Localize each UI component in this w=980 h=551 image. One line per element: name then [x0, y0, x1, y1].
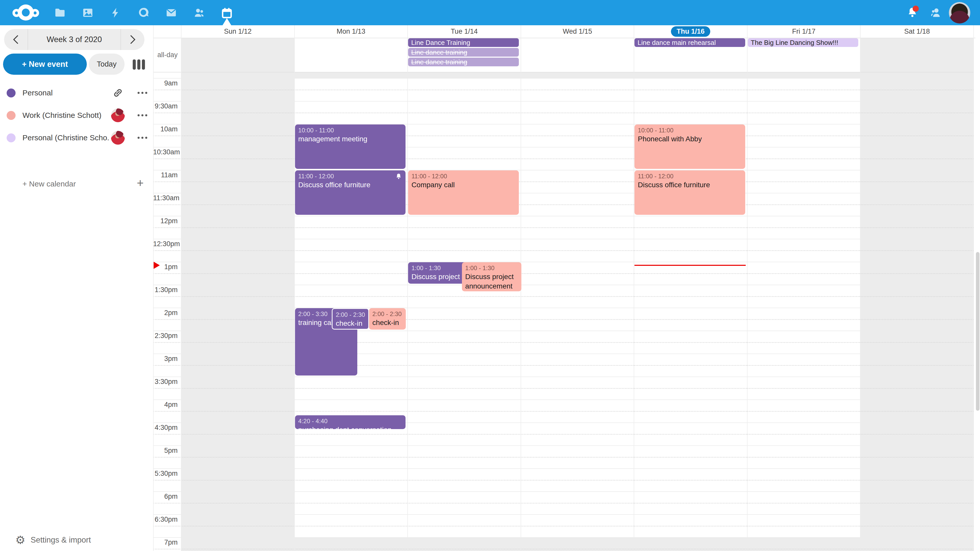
nextcloud-logo[interactable] — [11, 3, 41, 21]
activity-app-icon[interactable] — [103, 0, 128, 25]
photos-app-icon[interactable] — [75, 0, 100, 25]
all-day-event[interactable]: Line dance main rehearsal — [635, 38, 745, 47]
slot-line — [153, 170, 974, 170]
new-event-button[interactable]: + New event — [3, 54, 87, 75]
event-time: 11:00 - 12:00 — [298, 172, 402, 180]
weekend-shading — [860, 38, 974, 551]
notifications-bell-icon[interactable] — [901, 0, 924, 25]
new-calendar-button[interactable]: + New calendar + — [0, 173, 153, 196]
event[interactable]: 11:00 - 12:00Company call — [408, 170, 519, 215]
all-day-event[interactable]: Line dance training — [408, 58, 519, 66]
slot-line — [153, 216, 974, 216]
slot-line — [153, 124, 974, 124]
quarter-line — [153, 388, 974, 389]
time-label: 10:30am — [153, 148, 178, 156]
event-time: 11:00 - 12:00 — [638, 172, 742, 180]
day-header-sun[interactable]: Sun 1/12 — [181, 25, 294, 38]
time-label: 1:30pm — [153, 286, 178, 294]
quarter-line — [153, 457, 974, 457]
event-title: Discuss office furniture — [638, 180, 742, 190]
notification-dot — [913, 6, 919, 12]
day-header-wed[interactable]: Wed 1/15 — [521, 25, 634, 38]
event[interactable]: 4:20 - 4:40purchasing dept conversation — [295, 415, 406, 429]
event[interactable]: 11:00 - 12:00Discuss office furniture — [635, 170, 745, 215]
column-divider — [974, 25, 974, 551]
time-label: 10am — [153, 125, 178, 133]
user-avatar[interactable] — [949, 2, 970, 24]
week-label[interactable]: Week 3 of 2020 — [28, 35, 121, 44]
calendar-name: Personal — [22, 89, 110, 97]
shared-by-avatar — [111, 130, 125, 145]
calendar-name: Work (Christine Schott) — [22, 111, 110, 120]
scrollbar-thumb[interactable] — [976, 252, 980, 411]
quarter-line — [153, 89, 974, 90]
scrollbar[interactable] — [975, 25, 980, 551]
event[interactable]: 10:00 - 11:00Phonecall with Abby — [635, 124, 745, 169]
event-time: 2:00 - 2:30 — [372, 310, 402, 318]
quarter-line — [153, 434, 974, 435]
all-day-event[interactable]: Line Dance Training — [408, 38, 519, 47]
calendar-actions-menu[interactable] — [135, 88, 150, 98]
next-week-button[interactable] — [121, 29, 145, 50]
calendar-actions-menu[interactable] — [135, 133, 150, 143]
allday-divider — [153, 72, 974, 73]
settings-import-button[interactable]: ⚙ Settings & import — [0, 529, 153, 551]
calendar-list-item[interactable]: Work (Christine Schott) — [0, 104, 153, 127]
shared-link-icon[interactable] — [111, 86, 125, 100]
event[interactable]: 1:00 - 1:30Discuss project announcement — [462, 262, 522, 291]
time-label: 12pm — [153, 217, 178, 225]
day-header-fri[interactable]: Fri 1/17 — [747, 25, 861, 38]
event-time: 10:00 - 11:00 — [638, 126, 742, 135]
current-time-line — [635, 265, 746, 266]
event-title: management meeting — [298, 135, 402, 144]
slot-line — [153, 285, 974, 285]
files-app-icon[interactable] — [47, 0, 73, 25]
talk-app-icon[interactable] — [130, 0, 156, 25]
event[interactable]: 2:00 - 2:30check-in — [369, 308, 406, 330]
mail-app-icon[interactable] — [159, 0, 184, 25]
calendar-actions-menu[interactable] — [135, 110, 150, 121]
calendar-app-icon[interactable] — [214, 0, 240, 25]
calendar-color-dot[interactable] — [6, 133, 16, 142]
event-time: 1:00 - 1:30 — [465, 264, 518, 272]
column-divider — [181, 25, 181, 551]
quarter-line — [153, 113, 974, 113]
calendar-list-item[interactable]: Personal — [0, 82, 153, 104]
column-divider — [634, 25, 634, 551]
event[interactable]: 10:00 - 11:00management meeting — [295, 124, 406, 169]
day-header-mon[interactable]: Mon 1/13 — [294, 25, 408, 38]
time-label: 5pm — [153, 447, 178, 454]
contacts-menu-icon[interactable] — [924, 0, 947, 25]
time-label: 5:30pm — [153, 470, 178, 478]
event[interactable]: 11:00 - 12:00Discuss office furniture — [295, 170, 406, 215]
day-header-tue[interactable]: Tue 1/14 — [407, 25, 521, 38]
slot-line — [153, 468, 974, 469]
event[interactable]: 2:00 - 2:30check-in — [332, 308, 369, 330]
calendar-list-item[interactable]: Personal (Christine Scho...) — [0, 127, 153, 149]
current-time-arrow — [154, 262, 160, 269]
all-day-event[interactable]: The Big Line Dancing Show!!! — [748, 38, 859, 47]
previous-week-button[interactable] — [4, 29, 27, 50]
view-mode-toggle[interactable] — [133, 59, 145, 70]
day-header-sat[interactable]: Sat 1/18 — [860, 25, 974, 38]
today-button[interactable]: Today — [89, 54, 124, 75]
event-time: 2:00 - 2:30 — [336, 311, 365, 319]
plus-icon: + — [137, 176, 144, 190]
event-title: Discuss office furniture — [298, 180, 402, 190]
weekend-shading — [181, 38, 294, 551]
quarter-line — [153, 503, 974, 503]
contacts-app-icon[interactable] — [186, 0, 212, 25]
slot-line — [153, 514, 974, 515]
time-label: 6:30pm — [153, 516, 178, 524]
quarter-line — [153, 526, 974, 527]
slot-line — [153, 491, 974, 492]
event-title: Discuss project announcement — [465, 272, 518, 291]
day-header-thu[interactable]: Thu 1/16 — [634, 25, 747, 38]
calendar-color-dot[interactable] — [6, 89, 16, 97]
quarter-line — [153, 135, 974, 136]
new-calendar-label: + New calendar — [22, 179, 76, 188]
all-day-event[interactable]: Line dance training — [408, 48, 519, 57]
week-navigation: Week 3 of 2020 — [4, 29, 145, 50]
calendar-color-dot[interactable] — [6, 111, 16, 120]
time-label: 9:30am — [153, 102, 178, 110]
